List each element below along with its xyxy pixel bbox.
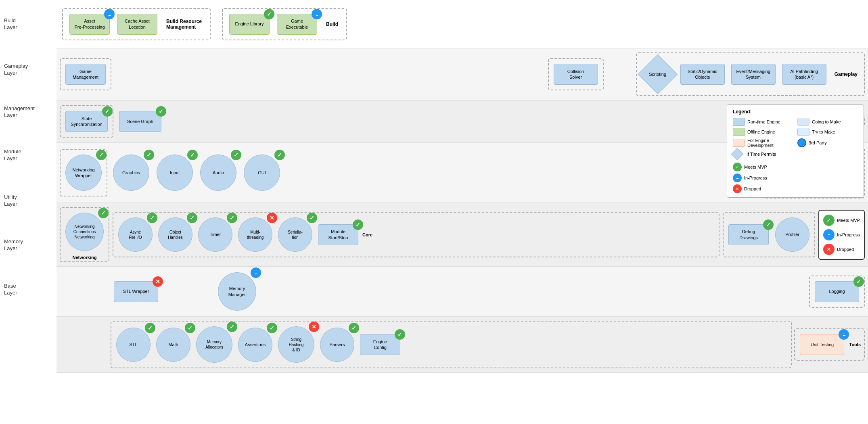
async-file-io-node: AsyncFile I/O xyxy=(118,217,153,252)
module-startstop-node: ModuleStart/Stop xyxy=(318,224,358,245)
async-file-io-badge xyxy=(147,213,157,223)
core-label: Core xyxy=(362,232,372,237)
assertions-badge xyxy=(267,323,277,333)
scene-graph-badge xyxy=(156,106,166,117)
debug-drawings-badge xyxy=(763,219,774,230)
multithreading-circle: Multi-threading xyxy=(238,217,272,252)
legend-check-badge xyxy=(733,163,742,171)
static-dynamic-box: Static/DynamicObjects xyxy=(680,64,725,85)
legend-iftimepermits-label: If Time Permits xyxy=(747,152,776,157)
assertions-node: Assertions xyxy=(238,328,272,362)
mvp-check-icon xyxy=(823,215,835,226)
asset-preprocessing-box: AssetPre-Processing xyxy=(69,14,110,35)
memory-manager-badge xyxy=(251,267,261,278)
serialization-circle: Serialia-tion xyxy=(278,217,312,252)
cache-asset-box: Cache AssetLocation xyxy=(117,14,157,35)
string-hashing-node: StringHashing& ID xyxy=(278,326,314,363)
legend-diamond xyxy=(731,148,743,160)
networking-connections-circle: NetworkingConnectionsNetworking xyxy=(65,213,104,251)
utility-layer-row: NetworkingConnectionsNetworking Networki… xyxy=(56,203,868,267)
legend-goingmake: Going to Make xyxy=(797,118,858,126)
math-badge xyxy=(185,323,195,333)
object-handles-node: ObjectHandles xyxy=(158,217,192,252)
timer-circle: Timer xyxy=(198,217,232,252)
scripting-diamond: Scripting xyxy=(642,58,674,90)
module-startstop-box: ModuleStart/Stop xyxy=(318,224,358,245)
legend-enginedev-label: For Engine Development xyxy=(747,138,793,148)
graphics-circle: Graphics xyxy=(113,155,149,191)
legend-inprogress: In-Progress xyxy=(733,173,858,182)
gui-circle: GUI xyxy=(244,155,280,191)
legend-trymake-label: Try to Make xyxy=(812,129,835,134)
layer-labels: Build Layer GameplayLayer ManagementLaye… xyxy=(0,0,56,424)
layer-label-base: BaseLayer xyxy=(0,266,56,313)
networking-wrapper-badge xyxy=(96,150,107,160)
state-sync-node: StateSynchronization xyxy=(65,111,108,132)
legend-mvp-label: Meets MVP xyxy=(744,165,767,169)
memory-allocators-node: MemoryAllocators xyxy=(196,326,232,363)
build-group: Engine Library GameExecutable Build xyxy=(222,8,347,40)
legend-swatch-lighter xyxy=(797,128,809,136)
graphics-badge xyxy=(144,150,154,160)
dropped-x-icon xyxy=(823,244,835,255)
legend-swatch-blue xyxy=(733,118,745,126)
state-sync-badge xyxy=(102,106,113,117)
timer-badge xyxy=(227,213,237,223)
legend-offline-label: Offline Engine xyxy=(747,129,775,134)
multithreading-badge xyxy=(267,213,277,223)
stl-badge xyxy=(145,323,155,333)
math-circle: Math xyxy=(156,328,190,362)
mvp-legend-item: Meets MVP xyxy=(823,215,860,226)
engine-library-node: Engine Library xyxy=(229,14,270,35)
management-layer-row: StateSynchronization Scene Graph Colli xyxy=(56,100,868,143)
legend-badges: Meets MVP In-Progress Dropped xyxy=(733,163,858,193)
parsers-circle: Parsers xyxy=(320,328,354,362)
legend-swatch-green xyxy=(733,128,745,136)
string-hashing-circle: StringHashing& ID xyxy=(278,326,314,363)
legend-3rdparty: 3rd Party xyxy=(797,138,858,148)
legend-runtime: Run-time Engine xyxy=(733,118,793,126)
legend-box: Legend: Run-time Engine Going to Make xyxy=(727,104,864,198)
stl-node: STL xyxy=(116,328,151,362)
build-layer-row: AssetPre-Processing Cache AssetLocation … xyxy=(56,0,868,48)
stl-wrapper-node: STL Wrapper xyxy=(114,281,158,302)
diagram-container: Build Layer GameplayLayer ManagementLaye… xyxy=(0,0,868,424)
audio-badge xyxy=(231,150,241,160)
input-circle: Input xyxy=(157,155,193,191)
assertions-circle: Assertions xyxy=(238,328,272,362)
layer-label-utility: UtilityLayer xyxy=(0,178,56,224)
cache-asset-node: Cache AssetLocation xyxy=(117,14,157,35)
inprogress-dots-icon: ••• xyxy=(823,229,835,240)
scene-graph-box: Scene Graph xyxy=(119,111,161,132)
gameplay-layer-row: GameManagement CollisionSolver xyxy=(56,48,868,100)
legend-circle-blue xyxy=(797,138,806,147)
tools-label: Tools xyxy=(849,342,861,347)
audio-node: Audio xyxy=(200,155,236,191)
build-resource-group: AssetPre-Processing Cache AssetLocation … xyxy=(62,8,211,40)
collision-solver-box: CollisionSolver xyxy=(554,64,598,85)
mvp-legend-label: Meets MVP xyxy=(837,218,860,223)
input-node: Input xyxy=(157,155,193,191)
stl-wrapper-badge xyxy=(153,276,163,287)
serialization-badge xyxy=(307,213,317,223)
static-dynamic-node: Static/DynamicObjects xyxy=(680,64,725,85)
logging-box: Logging xyxy=(815,281,859,302)
legend-runtime-label: Run-time Engine xyxy=(747,119,780,124)
legend-swatch-orange xyxy=(733,139,745,147)
math-node: Math xyxy=(156,328,190,362)
memory-layer-row: STL Wrapper MemoryManager xyxy=(56,267,868,317)
gameplay-section-label: Gameplay xyxy=(835,71,858,77)
profiler-circle: Profiler xyxy=(775,217,809,252)
graphics-node: Graphics xyxy=(113,155,149,191)
engine-config-badge xyxy=(395,329,405,340)
parsers-node: Parsers xyxy=(320,328,354,362)
networking-connections-badge xyxy=(98,208,109,218)
layer-label-module: ModuleLayer xyxy=(0,133,56,178)
engine-config-box: EngineConfig xyxy=(360,334,400,355)
ai-pathfinding-node: AI Pathfinding(basic A*) xyxy=(782,64,826,85)
profiler-node: Profiler xyxy=(775,217,809,252)
legend-mvp: Meets MVP xyxy=(733,163,858,171)
main-content: AssetPre-Processing Cache AssetLocation … xyxy=(56,0,868,424)
networking-wrapper-circle: NetworkingWrapper xyxy=(65,155,102,191)
multithreading-node: Multi-threading xyxy=(238,217,272,252)
